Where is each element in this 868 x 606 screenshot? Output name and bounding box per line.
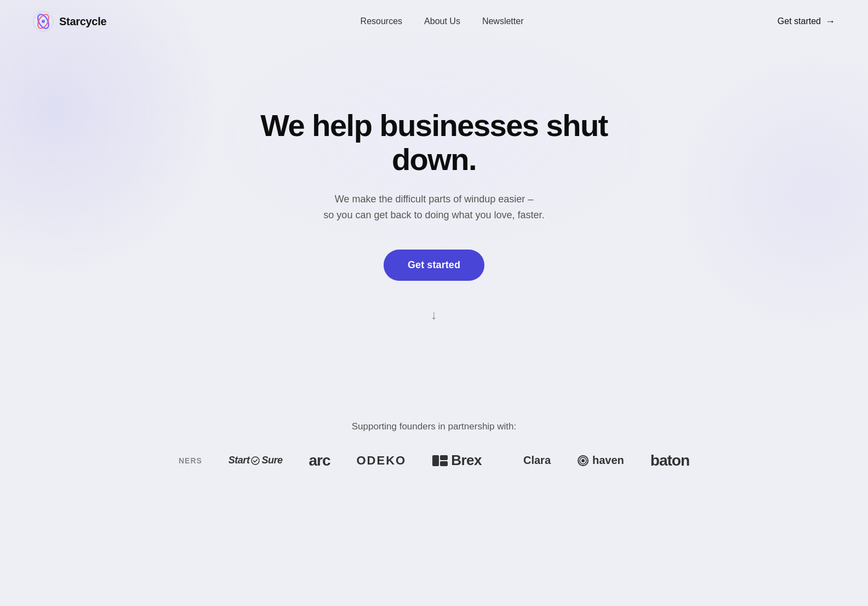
partner-brex: Brex xyxy=(432,452,482,469)
nav-cta-label: Get started xyxy=(778,16,821,26)
partners-logos-row: NERS Start Sure arc ODEKO Brex xyxy=(0,452,868,469)
svg-point-3 xyxy=(42,20,45,23)
partner-startup-sure: Start Sure xyxy=(229,455,283,466)
haven-icon xyxy=(577,455,589,467)
hero-subtitle-line1: We make the difficult parts of windup ea… xyxy=(335,194,534,205)
scroll-down-arrow: ↓ xyxy=(431,307,437,322)
nav-about-us[interactable]: About Us xyxy=(424,16,460,26)
hero-section: We help businesses shut down. We make th… xyxy=(0,43,868,399)
partner-baton: baton xyxy=(650,452,689,469)
brand-name: Starcycle xyxy=(59,15,106,28)
svg-point-4 xyxy=(252,457,259,465)
brex-icon xyxy=(432,455,448,466)
clara-logo-text: Clara xyxy=(523,454,551,467)
hero-subtitle-line2: so you can get back to doing what you lo… xyxy=(323,209,544,220)
logo-icon xyxy=(33,11,54,32)
haven-logo-text: haven xyxy=(592,454,624,467)
partner-arc: arc xyxy=(309,452,330,469)
hero-subtitle: We make the difficult parts of windup ea… xyxy=(323,191,544,223)
navbar: Starcycle Resources About Us Newsletter … xyxy=(0,0,868,43)
startup-sure-logo: Start xyxy=(229,455,250,466)
hero-cta-button[interactable]: Get started xyxy=(384,250,484,281)
partner-odeko: ODEKO xyxy=(356,454,406,468)
brex-logo-text: Brex xyxy=(451,452,482,469)
logo-link[interactable]: Starcycle xyxy=(33,11,106,32)
svg-rect-7 xyxy=(440,461,448,466)
partners-overflow-left: NERS xyxy=(179,456,202,465)
nav-resources[interactable]: Resources xyxy=(361,16,402,26)
nav-get-started-link[interactable]: Get started → xyxy=(778,16,835,27)
odeko-logo-text: ODEKO xyxy=(356,454,406,468)
partners-label: Supporting founders in partnership with: xyxy=(0,421,868,432)
svg-rect-5 xyxy=(432,455,439,466)
partner-haven: haven xyxy=(577,454,624,467)
startup-sure-check-icon xyxy=(251,456,260,465)
clara-moon-icon xyxy=(508,455,520,467)
arc-logo-text: arc xyxy=(309,452,330,469)
partners-section: Supporting founders in partnership with:… xyxy=(0,399,868,491)
nav-links: Resources About Us Newsletter xyxy=(361,16,524,26)
partner-clara: Clara xyxy=(508,454,551,467)
hero-title: We help businesses shut down. xyxy=(242,109,626,176)
startup-sure-logo-2: Sure xyxy=(261,455,282,466)
svg-rect-6 xyxy=(440,455,448,460)
nav-cta-arrow: → xyxy=(825,16,835,27)
svg-point-9 xyxy=(581,459,585,462)
nav-newsletter[interactable]: Newsletter xyxy=(482,16,524,26)
baton-logo-text: baton xyxy=(650,452,689,469)
